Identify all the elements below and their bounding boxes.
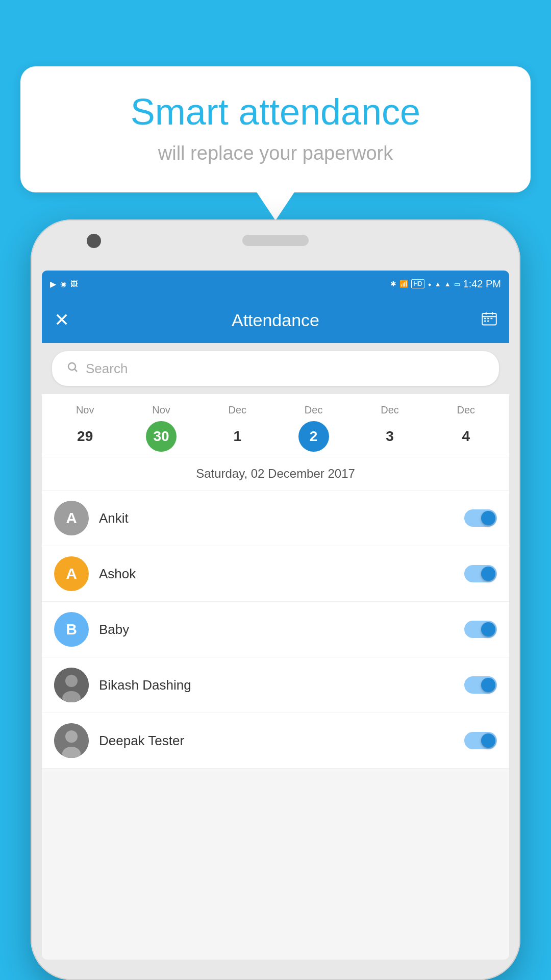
cal-date-6: 4 bbox=[450, 421, 481, 452]
toggle-ashok[interactable] bbox=[464, 565, 497, 582]
attendance-list: A Ankit A Ashok bbox=[42, 491, 509, 769]
phone-speaker bbox=[242, 235, 309, 246]
speech-bubble: Smart attendance will replace your paper… bbox=[20, 66, 531, 192]
cal-date-2: 30 bbox=[146, 421, 177, 452]
svg-rect-6 bbox=[491, 317, 493, 319]
toggle-ankit[interactable] bbox=[464, 509, 497, 527]
search-icon bbox=[66, 360, 79, 377]
cal-month-4: Dec bbox=[305, 404, 323, 416]
signal-icon: 📶 bbox=[399, 280, 408, 288]
cal-month-2: Nov bbox=[152, 404, 170, 416]
list-item: A Ankit bbox=[42, 491, 509, 546]
status-app-icon2: ◉ bbox=[60, 280, 66, 288]
person-name-deepak: Deepak Tester bbox=[99, 733, 454, 749]
toggle-baby[interactable] bbox=[464, 621, 497, 638]
wifi-icon: ⬥ bbox=[428, 280, 432, 288]
avatar-bikash bbox=[54, 668, 89, 702]
svg-rect-7 bbox=[484, 320, 486, 322]
status-time: 1:42 PM bbox=[463, 278, 501, 290]
svg-point-15 bbox=[65, 730, 78, 743]
search-placeholder: Search bbox=[86, 361, 128, 377]
search-bar-container: Search bbox=[42, 343, 509, 394]
svg-point-9 bbox=[68, 363, 76, 370]
calendar-icon[interactable] bbox=[482, 311, 497, 329]
bluetooth-icon: ✱ bbox=[390, 280, 396, 288]
toggle-deepak[interactable] bbox=[464, 732, 497, 749]
person-name-ashok: Ashok bbox=[99, 566, 454, 582]
phone-screen: ▶ ◉ 🖼 ✱ 📶 HD ⬥ ▲ ▲ ▭ 1:42 PM ✕ At bbox=[42, 271, 509, 960]
cal-date-5: 3 bbox=[374, 421, 405, 452]
svg-line-10 bbox=[75, 370, 78, 372]
person-name-bikash: Bikash Dashing bbox=[99, 677, 454, 693]
calendar-day-dec1[interactable]: Dec 1 bbox=[199, 404, 276, 452]
close-button[interactable]: ✕ bbox=[54, 309, 69, 331]
phone-wrapper: ▶ ◉ 🖼 ✱ 📶 HD ⬥ ▲ ▲ ▭ 1:42 PM ✕ At bbox=[31, 219, 520, 980]
cal-month-6: Dec bbox=[457, 404, 475, 416]
battery-icon: ▭ bbox=[454, 280, 460, 288]
calendar-day-nov29[interactable]: Nov 29 bbox=[47, 404, 123, 452]
calendar-day-dec4[interactable]: Dec 4 bbox=[428, 404, 504, 452]
svg-rect-5 bbox=[487, 317, 489, 319]
list-item: A Ashok bbox=[42, 546, 509, 602]
status-bar: ▶ ◉ 🖼 ✱ 📶 HD ⬥ ▲ ▲ ▭ 1:42 PM bbox=[42, 271, 509, 297]
avatar-ankit: A bbox=[54, 501, 89, 535]
list-item: B Baby bbox=[42, 602, 509, 657]
hd-badge: HD bbox=[411, 279, 424, 288]
status-bar-icons: ✱ 📶 HD ⬥ ▲ ▲ ▭ 1:42 PM bbox=[390, 278, 501, 290]
calendar-row: Nov 29 Nov 30 Dec 1 Dec bbox=[42, 404, 509, 452]
bubble-subtitle: will replace your paperwork bbox=[51, 142, 500, 164]
phone-mockup: ▶ ◉ 🖼 ✱ 📶 HD ⬥ ▲ ▲ ▭ 1:42 PM ✕ At bbox=[31, 219, 520, 980]
avatar-baby: B bbox=[54, 612, 89, 647]
cal-month-5: Dec bbox=[381, 404, 399, 416]
person-name-ankit: Ankit bbox=[99, 510, 454, 526]
selected-date-label: Saturday, 02 December 2017 bbox=[42, 457, 509, 491]
cal-month-1: Nov bbox=[76, 404, 94, 416]
signal-bars1: ▲ bbox=[435, 280, 441, 288]
svg-rect-4 bbox=[484, 317, 486, 319]
avatar-deepak bbox=[54, 723, 89, 758]
cal-date-4: 2 bbox=[298, 421, 329, 452]
cal-date-1: 29 bbox=[70, 421, 101, 452]
status-app-icon1: ▶ bbox=[50, 279, 56, 289]
list-item: Deepak Tester bbox=[42, 713, 509, 769]
toggle-bikash[interactable] bbox=[464, 676, 497, 694]
status-app-icon3: 🖼 bbox=[70, 280, 78, 288]
app-bar: ✕ Attendance bbox=[42, 297, 509, 343]
svg-rect-8 bbox=[487, 320, 489, 322]
calendar-day-dec3[interactable]: Dec 3 bbox=[352, 404, 428, 452]
app-bar-title: Attendance bbox=[69, 310, 482, 330]
person-name-baby: Baby bbox=[99, 622, 454, 638]
camera-dot bbox=[87, 234, 101, 248]
bubble-title: Smart attendance bbox=[51, 92, 500, 132]
cal-date-3: 1 bbox=[222, 421, 253, 452]
calendar-day-nov30[interactable]: Nov 30 bbox=[123, 404, 199, 452]
avatar-ashok: A bbox=[54, 556, 89, 591]
calendar-day-dec2[interactable]: Dec 2 bbox=[276, 404, 352, 452]
signal-bars2: ▲ bbox=[444, 280, 451, 288]
calendar-strip: Nov 29 Nov 30 Dec 1 Dec bbox=[42, 394, 509, 457]
svg-point-12 bbox=[65, 675, 78, 687]
list-item: Bikash Dashing bbox=[42, 657, 509, 713]
status-bar-left: ▶ ◉ 🖼 bbox=[50, 279, 78, 289]
cal-month-3: Dec bbox=[229, 404, 247, 416]
search-bar[interactable]: Search bbox=[52, 351, 499, 386]
